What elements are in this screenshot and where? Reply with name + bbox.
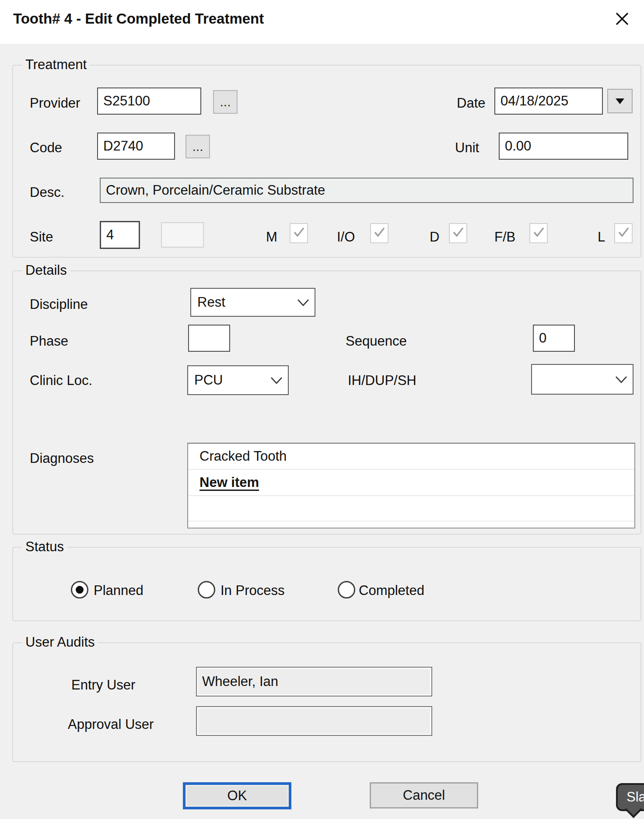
- close-icon: [614, 10, 630, 28]
- entry-user-field: Wheeler, Ian: [196, 667, 432, 696]
- desc-field: Crown, Porcelain/Ceramic Substrate: [100, 178, 634, 203]
- date-dropdown-button[interactable]: [607, 89, 633, 113]
- new-item-label: New item: [200, 475, 259, 490]
- code-label: Code: [30, 140, 62, 156]
- status-radio-completed[interactable]: [338, 581, 355, 598]
- close-button[interactable]: [611, 8, 634, 31]
- check-icon: [292, 226, 305, 241]
- dialog-titlebar: Tooth# 4 - Edit Completed Treatment: [0, 0, 644, 44]
- unit-label: Unit: [455, 140, 479, 156]
- approval-user-label: Approval User: [68, 717, 154, 732]
- sequence-input[interactable]: 0: [533, 325, 575, 352]
- code-input[interactable]: D2740: [97, 133, 175, 160]
- provider-lookup-button[interactable]: ...: [213, 90, 238, 114]
- discipline-select[interactable]: Rest: [190, 288, 315, 317]
- phase-input[interactable]: [188, 325, 230, 352]
- approval-user-field: [196, 706, 432, 736]
- dialog-title: Tooth# 4 - Edit Completed Treatment: [13, 10, 264, 27]
- chevron-down-icon: [270, 372, 283, 388]
- clinic-loc-select[interactable]: PCU: [187, 365, 289, 395]
- clinic-loc-value: PCU: [194, 372, 223, 388]
- surface-m-checkbox[interactable]: [290, 223, 308, 243]
- surface-fb-checkbox[interactable]: [529, 223, 548, 243]
- surface-fb-label: F/B: [494, 229, 515, 245]
- site-input[interactable]: 4: [100, 221, 140, 249]
- site-aux-box[interactable]: [161, 222, 204, 248]
- surface-d-checkbox[interactable]: [449, 223, 467, 243]
- notification-tooltip-text: Sla: [626, 789, 644, 805]
- diagnoses-listbox[interactable]: Cracked Tooth New item: [187, 443, 635, 528]
- status-group-legend: Status: [22, 539, 67, 555]
- diagnosis-item-label: Cracked Tooth: [200, 448, 287, 464]
- details-group-legend: Details: [22, 262, 70, 278]
- check-icon: [373, 226, 386, 241]
- treatment-group-legend: Treatment: [22, 57, 90, 73]
- status-completed-label: Completed: [359, 583, 424, 598]
- surface-io-checkbox[interactable]: [370, 223, 388, 243]
- ok-button[interactable]: OK: [183, 782, 291, 809]
- date-input[interactable]: 04/18/2025: [494, 88, 603, 115]
- ih-dup-sh-select[interactable]: [531, 364, 634, 395]
- site-label: Site: [30, 229, 53, 245]
- clinic-loc-label: Clinic Loc.: [30, 373, 92, 388]
- ih-dup-sh-label: IH/DUP/SH: [348, 373, 416, 388]
- discipline-value: Rest: [197, 294, 225, 310]
- sequence-label: Sequence: [346, 333, 407, 349]
- status-planned-label: Planned: [94, 583, 144, 598]
- entry-user-label: Entry User: [71, 677, 135, 693]
- diagnosis-new-item-link[interactable]: New item: [188, 470, 634, 496]
- check-icon: [532, 226, 545, 241]
- notification-tooltip: Sla: [616, 783, 644, 811]
- check-icon: [617, 226, 630, 241]
- surface-d-label: D: [430, 229, 439, 245]
- diagnoses-label: Diagnoses: [30, 451, 94, 466]
- surface-l-checkbox[interactable]: [614, 223, 633, 243]
- check-icon: [452, 226, 465, 241]
- surface-l-label: L: [598, 229, 605, 245]
- status-radio-in-process[interactable]: [198, 581, 215, 598]
- discipline-label: Discipline: [30, 297, 88, 312]
- desc-label: Desc.: [30, 185, 64, 200]
- unit-input[interactable]: 0.00: [499, 133, 628, 160]
- provider-label: Provider: [30, 95, 80, 111]
- chevron-down-icon: [297, 294, 309, 310]
- status-in-process-label: In Process: [220, 583, 284, 598]
- date-label: Date: [457, 95, 485, 111]
- diagnosis-item[interactable]: Cracked Tooth: [188, 444, 634, 470]
- user-audits-group: User Audits: [12, 642, 641, 762]
- phase-label: Phase: [30, 333, 68, 349]
- dialog-body: Treatment Provider S25100 ... Date 04/18…: [0, 44, 644, 819]
- cancel-button[interactable]: Cancel: [370, 782, 478, 808]
- status-radio-planned[interactable]: [71, 581, 88, 598]
- provider-input[interactable]: S25100: [97, 88, 201, 115]
- surface-io-label: I/O: [337, 229, 355, 245]
- surface-m-label: M: [266, 229, 277, 245]
- user-audits-group-legend: User Audits: [22, 634, 98, 650]
- diagnosis-empty-row[interactable]: [188, 496, 634, 522]
- chevron-down-icon: [615, 371, 627, 387]
- dropdown-arrow-icon: [616, 98, 624, 104]
- code-lookup-button[interactable]: ...: [186, 135, 210, 158]
